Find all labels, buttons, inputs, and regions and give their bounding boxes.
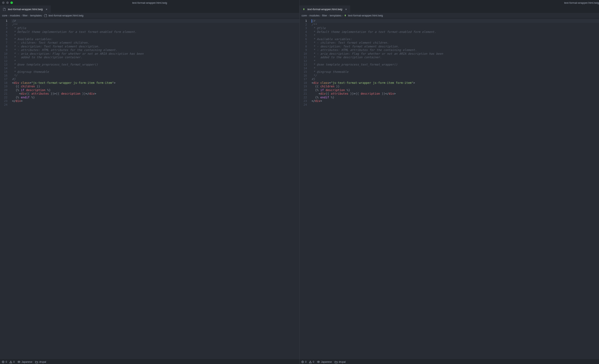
tab-label: text-format-wrapper.html.twig [8,8,43,11]
code-line[interactable]: {% if description %} [11,89,299,92]
code-line[interactable]: * [311,34,599,37]
status-folder[interactable]: drupal [335,360,345,363]
minimize-window-icon[interactable] [6,1,9,4]
tab-file[interactable]: text-format-wrapper.html.twig × [0,5,51,13]
code-line[interactable]: * @see template_preprocess_text_format_w… [311,63,599,67]
code-line[interactable]: {# [311,19,599,23]
breadcrumb-item[interactable]: core [2,14,7,17]
code-line[interactable]: * - children: Text format element childr… [11,41,299,45]
code-area[interactable]: {#/** * @file * Default theme implementa… [311,18,599,364]
breadcrumb-item[interactable]: modules [10,14,20,17]
line-number: 20 [0,89,11,92]
status-errors-count: 0 [6,360,7,363]
code-line[interactable]: /** [11,23,299,27]
code-line[interactable]: * [11,67,299,70]
code-line[interactable]: * - aria_description: Flag for whether o… [11,52,299,56]
twig-icon [302,8,305,11]
breadcrumb-item[interactable]: templates [30,14,42,17]
code-line[interactable]: </div> [311,99,599,103]
file-icon [3,8,6,11]
code-line[interactable] [11,103,299,107]
status-errors[interactable]: 0 0 [2,360,15,363]
code-line[interactable]: * [311,67,599,70]
breadcrumb-item[interactable]: text-format-wrapper.html.twig [344,14,383,17]
code-line[interactable]: * Available variables: [11,37,299,41]
code-area[interactable]: {#/** * @file * Default theme implementa… [11,18,299,364]
code-line[interactable]: */ [11,74,299,78]
line-number: 7 [0,41,11,45]
code-line[interactable]: * [311,59,599,63]
editor-pane-left: text-format-wrapper.html.twig text-forma… [0,0,300,364]
code-line[interactable]: * @ingroup themeable [11,70,299,74]
code-line[interactable]: <div{{ attributes }}>{{ description }}</… [11,92,299,96]
line-number: 21 [300,92,311,96]
close-icon[interactable]: × [46,8,47,11]
line-number: 14 [300,67,311,70]
status-errors[interactable]: 0 0 [301,360,314,363]
code-line[interactable]: {% if description %} [311,89,599,92]
line-number: 9 [0,48,11,52]
code-line[interactable]: * added to the description container. [11,55,299,59]
code-line[interactable]: * @ingroup themeable [311,70,599,74]
code-line[interactable]: * - description: Text format element des… [311,45,599,48]
code-line[interactable]: * @see template_preprocess_text_format_w… [11,63,299,67]
breadcrumb-item[interactable]: filter [322,14,327,17]
code-line[interactable]: #} [311,77,599,81]
line-number: 22 [300,96,311,99]
editor-pane-right: text-format-wrapper.html.twig text-forma… [300,0,599,364]
code-line[interactable]: {{ children }} [11,85,299,89]
breadcrumb-item[interactable]: modules [309,14,319,17]
title-bar: text-format-wrapper.html.twig [0,0,299,5]
code-line[interactable]: <div class="js-text-format-wrapper js-fo… [311,81,599,85]
code-line[interactable]: {% endif %} [311,96,599,99]
editor[interactable]: 123456789101112131415161718192021222324 … [300,18,599,364]
status-spellcheck[interactable]: Japanese [18,360,32,363]
status-warnings-count: 0 [313,360,314,363]
code-line[interactable]: /** [311,23,599,27]
chevron-right-icon: › [320,14,321,17]
close-window-icon[interactable] [2,1,5,4]
maximize-window-icon[interactable] [10,1,13,4]
code-line[interactable]: * added to the description container. [311,55,599,59]
code-line[interactable]: * [11,34,299,37]
tab-file[interactable]: text-format-wrapper.html.twig × [300,5,350,13]
breadcrumb[interactable]: core › modules › filter › templates › te… [300,13,599,18]
breadcrumb[interactable]: core › modules › filter › templates › te… [0,13,299,18]
window-controls[interactable] [2,1,13,4]
status-folder[interactable]: drupal [35,360,46,363]
breadcrumb-item[interactable]: filter [22,14,28,17]
breadcrumb-item[interactable]: templates [330,14,341,17]
tab-row: text-format-wrapper.html.twig × [300,5,599,13]
code-line[interactable]: * Default theme implementation for a tex… [311,30,599,34]
eye-icon [18,360,20,363]
warning-icon [309,360,312,363]
status-spellcheck[interactable]: Japanese [317,360,332,363]
code-line[interactable]: <div{{ attributes }}>{{ description }}</… [311,92,599,96]
tab-row: text-format-wrapper.html.twig × [0,5,299,13]
breadcrumb-file-label: text-format-wrapper.html.twig [348,14,383,17]
code-line[interactable]: * [11,59,299,63]
code-line[interactable]: * - description: Text format element des… [11,45,299,48]
code-line[interactable]: * - attributes: HTML attributes for the … [311,48,599,52]
line-number: 22 [0,96,11,99]
code-line[interactable]: #} [11,77,299,81]
close-icon[interactable]: × [345,8,347,11]
code-line[interactable]: * Default theme implementation for a tex… [11,30,299,34]
code-line[interactable]: * - aria_description: Flag for whether o… [311,52,599,56]
code-line[interactable]: */ [311,74,599,78]
code-line[interactable]: {% endif %} [11,96,299,99]
code-line[interactable]: <div class="js-text-format-wrapper js-fo… [11,81,299,85]
code-line[interactable]: {# [11,19,299,23]
code-line[interactable]: * - attributes: HTML attributes for the … [11,48,299,52]
code-line[interactable] [311,103,599,107]
code-line[interactable]: * @file [311,27,599,30]
twig-icon [344,14,347,17]
breadcrumb-item[interactable]: core [302,14,307,17]
code-line[interactable]: * Available variables: [311,37,599,41]
editor[interactable]: 123456789101112131415161718192021222324 … [0,18,299,364]
code-line[interactable]: * @file [11,27,299,30]
code-line[interactable]: {{ children }} [311,85,599,89]
code-line[interactable]: </div> [11,99,299,103]
breadcrumb-item[interactable]: text-format-wrapper.html.twig [44,14,83,17]
code-line[interactable]: * - children: Text format element childr… [311,41,599,45]
